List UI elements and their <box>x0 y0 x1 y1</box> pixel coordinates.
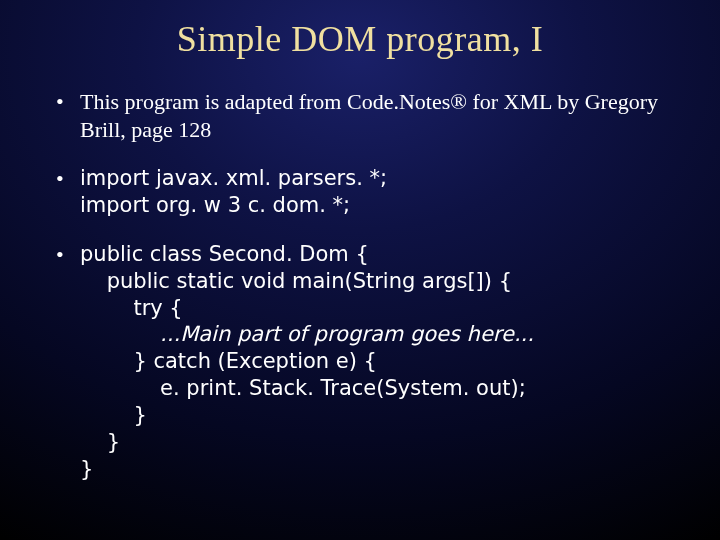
code-imports: import javax. xml. parsers. *; import or… <box>80 165 670 219</box>
bullet-class: public class Second. Dom { public static… <box>50 241 670 483</box>
slide: Simple DOM program, I This program is ad… <box>0 0 720 540</box>
code-line6: e. print. Stack. Trace(System. out); <box>80 376 526 400</box>
code-import-line1: import javax. xml. parsers. *; <box>80 166 387 190</box>
code-line1: public class Second. Dom { <box>80 242 369 266</box>
bullet-list: This program is adapted from Code.Notes®… <box>50 88 670 483</box>
code-line7: } <box>80 403 147 427</box>
code-import-line2: import org. w 3 c. dom. *; <box>80 193 350 217</box>
code-line9: } <box>80 457 93 481</box>
code-line2: public static void main(String args[]) { <box>80 269 512 293</box>
code-line3: try { <box>80 296 183 320</box>
code-line5: } catch (Exception e) { <box>80 349 377 373</box>
bullet-intro: This program is adapted from Code.Notes®… <box>50 88 670 143</box>
bullet-imports: import javax. xml. parsers. *; import or… <box>50 165 670 219</box>
slide-title: Simple DOM program, I <box>50 18 670 60</box>
code-line8: } <box>80 430 120 454</box>
bullet-intro-text: This program is adapted from Code.Notes®… <box>80 89 658 142</box>
code-class: public class Second. Dom { public static… <box>80 241 670 483</box>
code-line4: ...Main part of program goes here... <box>80 322 534 346</box>
